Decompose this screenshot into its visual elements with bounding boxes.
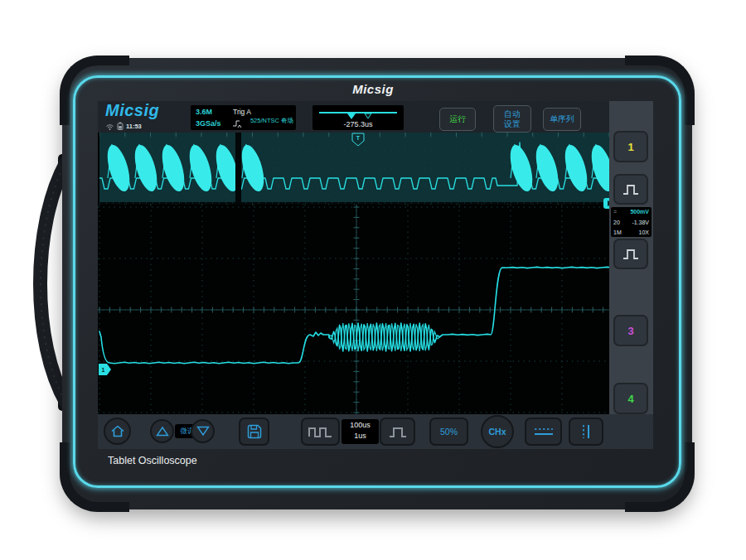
screen-logo: Micsig [105, 101, 159, 120]
sample-rate: 3GSa/s [196, 119, 221, 128]
fifty-percent-button[interactable]: 50% [429, 418, 468, 446]
bezel-model-label: Tablet Oscilloscope [108, 455, 197, 466]
autoset-line1: 自动 [504, 109, 521, 119]
timebase-zoom: 1us [342, 431, 379, 442]
bezel-brand-logo: Micsig [0, 82, 746, 96]
main-waveform-area[interactable]: 1 [98, 205, 609, 414]
pulse-icon [622, 183, 640, 196]
adjust-down-button[interactable] [191, 419, 215, 443]
single-pulse-icon [388, 425, 408, 438]
trigger-delay-readout: -275.3us [312, 120, 404, 128]
home-icon [110, 424, 125, 438]
status-row: 11:53 [105, 122, 142, 130]
wifi-icon [105, 123, 114, 130]
horizontal-position-box[interactable]: -275.3us [312, 105, 404, 130]
bandwidth-limit: 20 [613, 220, 620, 225]
run-stop-button[interactable]: 运行 [439, 108, 476, 131]
bottom-toolbar: 微调 100us 1us [98, 414, 653, 449]
channel-3-button[interactable]: 3 [613, 315, 648, 346]
zoom-window-divider[interactable] [235, 133, 241, 205]
main-timebase-button[interactable] [380, 418, 415, 446]
save-button[interactable] [239, 418, 269, 446]
channel-select-button[interactable]: CHx [481, 415, 514, 448]
trigger-position-marker[interactable]: T [352, 133, 364, 146]
ground-level-marker[interactable]: 1 [99, 364, 111, 375]
timebase-readout[interactable]: 100us 1us [342, 419, 379, 444]
trigger-type: 525/NTSC 奇场 [250, 117, 293, 125]
horizontal-cursor-button[interactable] [525, 418, 562, 446]
top-status-bar: Micsig 11:53 3.6M 正常 3GSa/s Trig [98, 101, 609, 133]
probe-ratio: 10X [639, 229, 649, 235]
pulse-icon [622, 248, 640, 260]
channel-offset: -1.38V [632, 220, 649, 225]
save-icon [246, 423, 263, 440]
double-pulse-icon [308, 425, 333, 438]
trigger-marker-filled-icon [347, 113, 356, 119]
triangle-down-icon [196, 426, 210, 437]
horizontal-cursor-icon [532, 426, 555, 437]
svg-text:1: 1 [102, 367, 105, 373]
battery-icon [117, 122, 124, 130]
trigger-marker-hollow-icon [365, 113, 371, 118]
home-button[interactable] [104, 418, 131, 445]
channel-info-readout[interactable]: = 500mV 20 -1.38V 1M 10X [611, 207, 652, 237]
trigger-slope-icon [232, 118, 245, 128]
svg-text:T: T [356, 135, 361, 141]
single-seq-button[interactable]: 单序列 [543, 108, 581, 131]
clock: 11:53 [126, 123, 142, 130]
timebase-main: 100us [342, 420, 379, 431]
vertical-cursor-button[interactable] [569, 418, 603, 446]
memory-depth: 3.6M [196, 108, 212, 116]
waveform-overview-strip[interactable]: T [99, 133, 609, 205]
zoom-timebase-button[interactable] [301, 418, 340, 446]
coupling-icon: = [613, 209, 617, 215]
trigger-source: Trig A [233, 108, 251, 116]
adjust-up-button[interactable] [150, 419, 174, 443]
trigger-level-down-button[interactable] [613, 239, 648, 269]
product-photo: { "bezel": { "brand": "Micsig", "model":… [0, 0, 746, 560]
volts-per-div: 500mV [630, 209, 649, 215]
trigger-info-box[interactable]: Trig A 525/NTSC 奇场 [228, 105, 296, 130]
input-impedance: 1M [613, 229, 622, 235]
autoset-line2: 设置 [504, 119, 521, 129]
triangle-up-icon [156, 426, 169, 437]
oscilloscope-screen: Micsig 11:53 3.6M 正常 3GSa/s Trig [98, 101, 653, 449]
channel-sidebar: 1 = 500mV 20 -1.38V 1M 10X [609, 101, 653, 414]
trigger-level-up-button[interactable] [613, 174, 648, 205]
channel-1-button[interactable]: 1 [613, 131, 648, 162]
autoset-button[interactable]: 自动 设置 [493, 105, 531, 133]
vertical-cursor-icon [578, 423, 594, 440]
channel-4-button[interactable]: 4 [613, 383, 648, 414]
